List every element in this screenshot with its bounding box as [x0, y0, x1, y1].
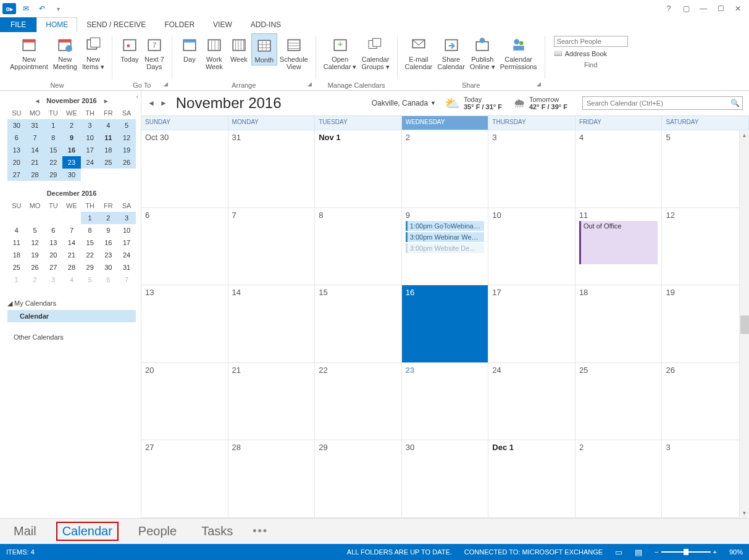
- mini-cal-day[interactable]: 16: [99, 236, 118, 249]
- mini-cal-day[interactable]: 3: [81, 119, 99, 132]
- reading-view-icon[interactable]: ▤: [635, 548, 642, 557]
- open-calendar-button[interactable]: +Open Calendar ▾: [321, 33, 359, 72]
- calendar-day[interactable]: 4: [575, 130, 663, 207]
- calendar-day[interactable]: Dec 1: [488, 440, 575, 517]
- mini-cal-day[interactable]: 17: [117, 236, 136, 249]
- mini-cal-day[interactable]: 25: [7, 261, 26, 274]
- help-icon[interactable]: ?: [663, 4, 675, 13]
- zoom-in-icon[interactable]: +: [713, 548, 717, 556]
- mini-cal-day[interactable]: 26: [26, 261, 44, 274]
- search-calendar[interactable]: 🔍: [582, 96, 743, 110]
- mini-cal-day[interactable]: 5: [26, 224, 44, 236]
- mini-cal-day[interactable]: 15: [81, 236, 99, 249]
- mini-cal-day[interactable]: 21: [26, 156, 44, 169]
- mini-cal-day[interactable]: 28: [26, 169, 44, 181]
- goto-dialog-launcher-icon[interactable]: ◢: [164, 79, 168, 89]
- calendar-day[interactable]: 3: [662, 440, 749, 517]
- workweek-view-button[interactable]: Work Week: [202, 33, 227, 72]
- mini-cal-day[interactable]: 4: [7, 224, 26, 236]
- qat-customize-icon[interactable]: ▾: [52, 2, 64, 15]
- mini-cal-day[interactable]: 9: [99, 224, 118, 236]
- mini-cal-day[interactable]: 29: [81, 261, 99, 274]
- calendar-day[interactable]: 23: [402, 363, 489, 440]
- qat-send-receive-icon[interactable]: ✉: [20, 2, 32, 15]
- mini-cal-day[interactable]: 11: [7, 236, 26, 249]
- mini-cal-day[interactable]: 20: [44, 249, 62, 261]
- calendar-day[interactable]: Oct 30: [141, 130, 228, 207]
- calendar-day[interactable]: 29: [315, 440, 402, 517]
- mini-cal-day[interactable]: 12: [26, 236, 44, 249]
- mini-cal-day[interactable]: 18: [99, 144, 118, 156]
- weather-location[interactable]: Oakville, Canada ▼: [372, 99, 436, 107]
- mini-cal-day[interactable]: 15: [44, 144, 62, 156]
- mini-cal-day[interactable]: 8: [81, 224, 99, 236]
- mini-cal-day[interactable]: 20: [7, 156, 26, 169]
- calendar-day[interactable]: 26: [662, 363, 749, 440]
- mini-cal-day[interactable]: 29: [44, 169, 62, 181]
- calendar-day[interactable]: 7: [228, 208, 316, 285]
- mini-cal-day[interactable]: 10: [81, 132, 99, 144]
- tab-home[interactable]: HOME: [36, 17, 77, 32]
- calendar-day[interactable]: 2: [575, 440, 663, 517]
- today-button[interactable]: Today: [117, 33, 142, 64]
- collapse-sidebar-icon[interactable]: ‹: [136, 93, 138, 100]
- next-period-icon[interactable]: ►: [160, 99, 167, 107]
- mini-cal-day[interactable]: 30: [7, 119, 26, 132]
- mini-cal-day[interactable]: 31: [117, 261, 136, 274]
- calendar-day[interactable]: 8: [315, 208, 402, 285]
- calendar-day[interactable]: 28: [228, 440, 316, 517]
- mini-cal-day[interactable]: 4: [62, 274, 81, 286]
- search-icon[interactable]: 🔍: [727, 99, 742, 107]
- mini-cal-day[interactable]: 14: [26, 144, 44, 156]
- nav-calendar[interactable]: Calendar: [56, 522, 119, 541]
- mini-cal-day[interactable]: 13: [44, 236, 62, 249]
- calendar-day[interactable]: 5: [662, 130, 749, 207]
- mini-cal-day[interactable]: 25: [99, 156, 118, 169]
- normal-view-icon[interactable]: ▭: [615, 548, 622, 557]
- zoom-out-icon[interactable]: −: [655, 548, 658, 556]
- calendar-day[interactable]: 25: [575, 363, 663, 440]
- calendar-day[interactable]: 15: [315, 285, 402, 362]
- calendar-day[interactable]: 27: [141, 440, 228, 517]
- mini-cal-day[interactable]: 23: [62, 156, 81, 169]
- appointment[interactable]: 3:00pm Webinar Website Designer: [406, 232, 485, 242]
- mini-cal-day[interactable]: 7: [26, 132, 44, 144]
- mini-cal-day[interactable]: 5: [117, 119, 136, 132]
- mini-cal-day[interactable]: 5: [81, 274, 99, 286]
- day-view-button[interactable]: Day: [177, 33, 202, 64]
- mini-cal-day[interactable]: 2: [99, 212, 118, 224]
- undo-icon[interactable]: ↶: [36, 2, 48, 15]
- calendar-day[interactable]: 10: [488, 208, 575, 285]
- mini-calendar-nov[interactable]: ◄November 2016► SUMOTUWETHFRSA3031123456…: [7, 94, 136, 181]
- my-calendars-header[interactable]: ◢ My Calendars: [7, 297, 136, 310]
- other-calendars-header[interactable]: Other Calendars: [7, 331, 136, 343]
- tab-view[interactable]: VIEW: [204, 17, 241, 32]
- mini-cal-day[interactable]: 16: [62, 144, 81, 156]
- mini-cal-day[interactable]: [99, 169, 118, 181]
- mini-cal-day[interactable]: 1: [81, 212, 99, 224]
- mini-cal-day[interactable]: 31: [26, 119, 44, 132]
- calendar-day[interactable]: 21: [228, 363, 316, 440]
- share-calendar-button[interactable]: Share Calendar: [435, 33, 467, 72]
- email-calendar-button[interactable]: E-mail Calendar: [403, 33, 435, 72]
- scroll-up-icon[interactable]: ▴: [740, 130, 749, 140]
- mini-cal-day[interactable]: 28: [62, 261, 81, 274]
- mini-cal-day[interactable]: 1: [7, 274, 26, 286]
- tab-folder[interactable]: FOLDER: [155, 17, 204, 32]
- zoom-level[interactable]: 90%: [729, 548, 743, 556]
- mini-cal-day[interactable]: [44, 212, 62, 224]
- calendar-day[interactable]: 6: [141, 208, 228, 285]
- schedule-view-button[interactable]: Schedule View: [277, 33, 311, 72]
- mini-cal-day[interactable]: 22: [81, 249, 99, 261]
- mini-cal-day[interactable]: 19: [117, 144, 136, 156]
- calendar-day[interactable]: 14: [228, 285, 316, 362]
- appointment[interactable]: Out of Office: [579, 221, 658, 264]
- minimize-icon[interactable]: —: [697, 4, 709, 13]
- tab-file[interactable]: FILE: [0, 17, 36, 32]
- new-items-button[interactable]: New Items ▾: [80, 33, 107, 72]
- mini-cal-day[interactable]: 22: [44, 156, 62, 169]
- calendar-day[interactable]: 19: [662, 285, 749, 362]
- calendar-day[interactable]: 31: [228, 130, 316, 207]
- mini-cal-day[interactable]: 6: [7, 132, 26, 144]
- nav-people[interactable]: People: [133, 523, 182, 540]
